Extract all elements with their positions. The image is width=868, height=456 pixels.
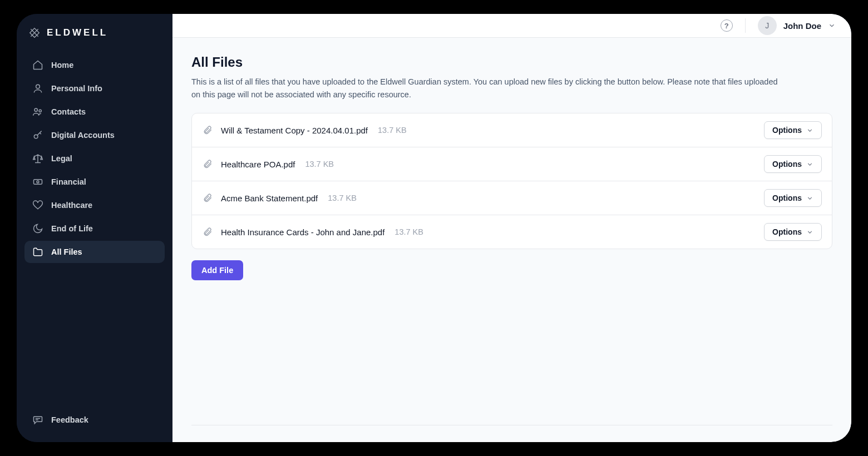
sidebar-nav: Home Personal Info Contacts Digital Acco… — [24, 54, 165, 263]
user-menu[interactable]: J John Doe — [758, 16, 836, 35]
chevron-down-icon — [828, 22, 836, 29]
paperclip-icon — [202, 158, 213, 170]
home-icon — [32, 60, 43, 71]
file-options-button[interactable]: Options — [764, 189, 822, 207]
footer-divider — [191, 425, 832, 425]
file-size: 13.7 KB — [328, 194, 357, 202]
chevron-down-icon — [806, 229, 813, 236]
file-size: 13.7 KB — [305, 160, 334, 168]
svg-point-2 — [39, 110, 41, 112]
page-title: All Files — [191, 54, 832, 70]
svg-point-5 — [37, 181, 39, 183]
sidebar-item-legal[interactable]: Legal — [24, 147, 165, 170]
content: All Files This is a list of all files th… — [172, 38, 851, 442]
svg-point-1 — [34, 108, 37, 111]
options-label: Options — [772, 227, 802, 236]
sidebar-item-label: Digital Accounts — [51, 131, 115, 140]
svg-point-3 — [34, 135, 38, 138]
avatar: J — [758, 16, 777, 35]
main-panel: ? J John Doe All Files This is a list of… — [172, 14, 851, 442]
file-options-button[interactable]: Options — [764, 223, 822, 241]
sidebar-item-label: End of Life — [51, 224, 93, 233]
sidebar-item-end-of-life[interactable]: End of Life — [24, 217, 165, 240]
brand-logo-icon — [29, 27, 40, 38]
brand-name: ELDWELL — [47, 27, 108, 38]
file-size: 13.7 KB — [378, 126, 407, 135]
sidebar-item-personal-info[interactable]: Personal Info — [24, 77, 165, 100]
page-description: This is a list of all files that you hav… — [191, 76, 781, 101]
sidebar: ELDWELL Home Personal Info Contacts Digi… — [17, 14, 172, 442]
users-icon — [32, 106, 43, 117]
user-icon — [32, 83, 43, 94]
moon-icon — [32, 223, 43, 234]
feedback-label: Feedback — [51, 415, 88, 424]
file-row: Healthcare POA.pdf 13.7 KB Options — [192, 147, 832, 181]
file-options-button[interactable]: Options — [764, 155, 822, 173]
sidebar-footer: Feedback — [24, 409, 165, 431]
svg-rect-4 — [34, 180, 42, 184]
file-name: Healthcare POA.pdf — [221, 160, 295, 169]
topbar: ? J John Doe — [172, 14, 851, 38]
file-row: Health Insurance Cards - John and Jane.p… — [192, 215, 832, 249]
options-label: Options — [772, 194, 802, 202]
banknote-icon — [32, 176, 43, 187]
sidebar-item-label: Financial — [51, 177, 86, 186]
paperclip-icon — [202, 125, 213, 136]
feedback-link[interactable]: Feedback — [24, 409, 165, 431]
sidebar-item-digital-accounts[interactable]: Digital Accounts — [24, 124, 165, 146]
chat-icon — [32, 414, 43, 425]
sidebar-item-all-files[interactable]: All Files — [24, 241, 165, 263]
folder-icon — [32, 246, 43, 257]
chevron-down-icon — [806, 195, 813, 202]
sidebar-item-label: Legal — [51, 154, 72, 163]
file-row: Will & Testament Copy - 2024.04.01.pdf 1… — [192, 113, 832, 147]
file-name: Health Insurance Cards - John and Jane.p… — [221, 227, 384, 237]
sidebar-item-label: Healthcare — [51, 201, 92, 210]
sidebar-item-label: Personal Info — [51, 84, 102, 93]
add-file-button[interactable]: Add File — [191, 260, 243, 280]
sidebar-item-label: All Files — [51, 247, 82, 256]
brand: ELDWELL — [24, 27, 165, 38]
chevron-down-icon — [806, 127, 813, 134]
divider — [745, 18, 746, 33]
chevron-down-icon — [806, 161, 813, 168]
file-options-button[interactable]: Options — [764, 121, 822, 139]
sidebar-item-label: Home — [51, 61, 73, 70]
paperclip-icon — [202, 226, 213, 237]
sidebar-item-financial[interactable]: Financial — [24, 171, 165, 193]
file-name: Will & Testament Copy - 2024.04.01.pdf — [221, 126, 368, 135]
question-icon: ? — [724, 22, 729, 30]
file-row: Acme Bank Statement.pdf 13.7 KB Options — [192, 181, 832, 215]
user-name: John Doe — [783, 21, 821, 31]
file-size: 13.7 KB — [394, 227, 423, 236]
file-list: Will & Testament Copy - 2024.04.01.pdf 1… — [191, 113, 832, 249]
options-label: Options — [772, 126, 802, 135]
sidebar-item-home[interactable]: Home — [24, 54, 165, 76]
sidebar-item-contacts[interactable]: Contacts — [24, 101, 165, 123]
paperclip-icon — [202, 192, 213, 204]
sidebar-item-label: Contacts — [51, 107, 86, 116]
key-icon — [32, 130, 43, 141]
app-window: ELDWELL Home Personal Info Contacts Digi… — [17, 14, 851, 442]
options-label: Options — [772, 160, 802, 168]
heart-icon — [32, 200, 43, 211]
scale-icon — [32, 153, 43, 164]
svg-point-0 — [36, 85, 40, 88]
sidebar-item-healthcare[interactable]: Healthcare — [24, 194, 165, 216]
help-button[interactable]: ? — [721, 19, 733, 32]
file-name: Acme Bank Statement.pdf — [221, 194, 318, 203]
